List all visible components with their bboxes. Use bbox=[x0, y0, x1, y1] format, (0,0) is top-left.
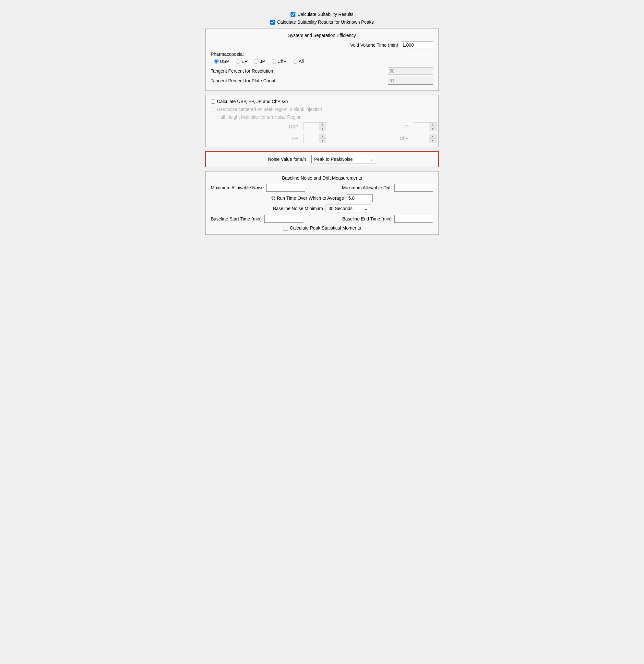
noise-value-label: Noise Value for s/n bbox=[268, 157, 306, 162]
run-time-row: % Run Time Over Which to Average bbox=[211, 194, 433, 202]
noise-centered-checkbox[interactable] bbox=[211, 107, 215, 111]
baseline-start-label: Baseline Start Time (min) bbox=[211, 216, 262, 222]
calc-suitability-checkbox[interactable] bbox=[291, 12, 295, 17]
spinner-ep-buttons: ▲ ▼ bbox=[319, 134, 326, 143]
radio-chp-input[interactable] bbox=[272, 59, 276, 64]
spinner-chp-down[interactable]: ▼ bbox=[429, 139, 436, 143]
noise-centered-label: Use noise centered on peak region in bla… bbox=[217, 107, 322, 112]
spinner-ep-input[interactable] bbox=[304, 134, 319, 143]
calc-suitability-row: Calculate Suitability Results bbox=[291, 12, 353, 17]
radio-chp[interactable]: ChP bbox=[272, 59, 286, 64]
baseline-end-input[interactable] bbox=[394, 215, 433, 223]
radio-jp-input[interactable] bbox=[254, 59, 258, 64]
calc-moments-label: Calculate Peak Statistical Moments bbox=[290, 225, 361, 230]
calc-moments-row: Calculate Peak Statistical Moments bbox=[211, 225, 433, 230]
max-noise-label: Maximum Allowable Noise bbox=[211, 185, 264, 190]
half-height-label: Half Height Multiplier for s/n Noise Reg… bbox=[217, 115, 433, 120]
noise-value-dropdown-text: Peak to PeakNoise bbox=[314, 157, 353, 162]
spinner-chp-input[interactable] bbox=[414, 134, 429, 143]
radio-ep-label: EP bbox=[242, 59, 248, 64]
max-noise-group: Maximum Allowable Noise bbox=[211, 184, 305, 192]
radio-ep[interactable]: EP bbox=[236, 59, 248, 64]
radio-jp[interactable]: JP bbox=[254, 59, 265, 64]
spinner-chp: ▲ ▼ bbox=[414, 134, 436, 143]
main-container: Calculate Suitability Results Calculate … bbox=[199, 6, 445, 244]
noise-min-dropdown-text: 30 Seconds bbox=[329, 206, 352, 211]
calc-suitability-label: Calculate Suitability Results bbox=[297, 12, 353, 17]
spinner-usp: ▲ ▼ bbox=[304, 122, 326, 131]
radio-jp-label: JP bbox=[260, 59, 265, 64]
calc-suitability-unknown-row: Calculate Suitability Results for Unknow… bbox=[270, 19, 374, 25]
spinner-ep: ▲ ▼ bbox=[304, 134, 326, 143]
radio-usp-label: USP bbox=[220, 59, 229, 64]
max-drift-input[interactable] bbox=[394, 184, 433, 192]
noise-value-row: Noise Value for s/n Peak to PeakNoise ⌄ bbox=[205, 151, 439, 167]
spinner-ep-down[interactable]: ▼ bbox=[319, 139, 326, 143]
spinner-jp-label: JP bbox=[328, 124, 409, 129]
void-volume-input[interactable] bbox=[401, 41, 433, 49]
chevron-down-icon: ⌄ bbox=[364, 206, 368, 211]
void-volume-label: Void Volume Time (min) bbox=[350, 42, 398, 48]
radio-all-input[interactable] bbox=[293, 59, 297, 64]
noise-value-dropdown[interactable]: Peak to PeakNoise ⌄ bbox=[311, 155, 376, 163]
radio-all-label: All bbox=[299, 59, 304, 64]
spinner-ep-up[interactable]: ▲ bbox=[319, 134, 326, 139]
spinner-chp-buttons: ▲ ▼ bbox=[429, 134, 436, 143]
noise-min-label: Baseline Noise Minimum bbox=[273, 206, 323, 211]
spinner-chp-label: ChP bbox=[328, 136, 409, 141]
tangent-resolution-input[interactable] bbox=[388, 67, 433, 75]
baseline-start-input[interactable] bbox=[264, 215, 303, 223]
spinner-jp: ▲ ▼ bbox=[414, 122, 436, 131]
calc-usp-row: Calculate USP, EP, JP and ChP s/n bbox=[211, 99, 433, 104]
radio-usp[interactable]: USP bbox=[214, 59, 229, 64]
tangent-plate-label: Tangent Percent for Plate Count bbox=[211, 78, 275, 83]
spinner-usp-buttons: ▲ ▼ bbox=[319, 123, 326, 131]
calc-suitability-unknown-checkbox[interactable] bbox=[270, 20, 275, 25]
max-drift-group: Maximum Allowable Drift bbox=[342, 184, 433, 192]
baseline-end-group: Baseline End Time (min) bbox=[342, 215, 433, 223]
top-checkboxes: Calculate Suitability Results Calculate … bbox=[205, 12, 439, 25]
spinner-jp-buttons: ▲ ▼ bbox=[429, 123, 436, 131]
baseline-end-label: Baseline End Time (min) bbox=[342, 216, 392, 222]
calc-moments-checkbox[interactable] bbox=[283, 226, 288, 230]
tangent-resolution-label: Tangent Percent for Resolution bbox=[211, 68, 273, 74]
system-separation-section: System and Separation Efficiency Void Vo… bbox=[205, 28, 439, 91]
spinner-chp-up[interactable]: ▲ bbox=[429, 134, 436, 139]
radio-chp-label: ChP bbox=[277, 59, 286, 64]
tangent-plate-input[interactable] bbox=[388, 77, 433, 85]
system-separation-title: System and Separation Efficiency bbox=[211, 33, 433, 38]
noise-centered-row: Use noise centered on peak region in bla… bbox=[211, 107, 433, 112]
sn-section: Calculate USP, EP, JP and ChP s/n Use no… bbox=[205, 95, 439, 147]
void-volume-row: Void Volume Time (min) bbox=[211, 41, 433, 49]
max-noise-input[interactable] bbox=[266, 184, 305, 192]
baseline-title: Baseline Noise and Drift Measurements bbox=[211, 175, 433, 181]
tangent-resolution-row: Tangent Percent for Resolution bbox=[211, 67, 433, 75]
pharmacopoeia-radio-group: USP EP JP ChP All bbox=[214, 59, 433, 64]
max-noise-drift-row: Maximum Allowable Noise Maximum Allowabl… bbox=[211, 184, 433, 192]
baseline-times-row: Baseline Start Time (min) Baseline End T… bbox=[211, 215, 433, 223]
calc-suitability-unknown-label: Calculate Suitability Results for Unknow… bbox=[277, 19, 374, 25]
calc-usp-checkbox[interactable] bbox=[211, 100, 215, 104]
spinner-usp-up[interactable]: ▲ bbox=[319, 123, 326, 127]
calc-moments-checkbox-row: Calculate Peak Statistical Moments bbox=[283, 225, 361, 230]
tangent-plate-row: Tangent Percent for Plate Count bbox=[211, 77, 433, 85]
baseline-start-group: Baseline Start Time (min) bbox=[211, 215, 303, 223]
noise-min-row: Baseline Noise Minimum 30 Seconds ⌄ bbox=[211, 205, 433, 212]
radio-all[interactable]: All bbox=[293, 59, 304, 64]
baseline-section: Baseline Noise and Drift Measurements Ma… bbox=[205, 171, 439, 235]
chevron-down-icon: ⌄ bbox=[370, 157, 373, 162]
radio-usp-input[interactable] bbox=[214, 59, 219, 64]
spinner-usp-down[interactable]: ▼ bbox=[319, 127, 326, 131]
spinner-usp-input[interactable] bbox=[304, 123, 319, 131]
spinner-ep-label: EP bbox=[217, 136, 298, 141]
run-time-input[interactable] bbox=[347, 194, 373, 202]
pharmacopoeia-label: Pharmacopoeia: bbox=[211, 51, 433, 57]
spinner-jp-input[interactable] bbox=[414, 123, 429, 131]
radio-ep-input[interactable] bbox=[236, 59, 240, 64]
max-drift-label: Maximum Allowable Drift bbox=[342, 185, 392, 190]
run-time-label: % Run Time Over Which to Average bbox=[271, 195, 344, 201]
calc-usp-label: Calculate USP, EP, JP and ChP s/n bbox=[217, 99, 288, 104]
spinner-jp-up[interactable]: ▲ bbox=[429, 123, 436, 127]
noise-min-dropdown[interactable]: 30 Seconds ⌄ bbox=[326, 205, 371, 212]
spinner-jp-down[interactable]: ▼ bbox=[429, 127, 436, 131]
